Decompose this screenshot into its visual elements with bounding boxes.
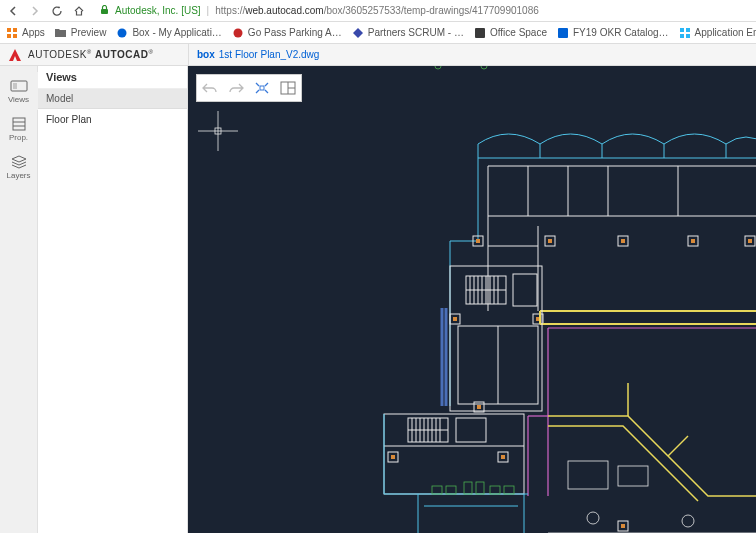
url-divider: | (207, 5, 210, 16)
svg-rect-9 (680, 28, 684, 32)
svg-rect-7 (475, 28, 485, 38)
floor-plan-drawing (188, 66, 756, 533)
svg-point-121 (587, 512, 599, 524)
bookmark-label: Preview (71, 27, 107, 38)
svg-rect-105 (456, 418, 486, 442)
bookmark-icon (474, 27, 486, 39)
svg-rect-59 (621, 239, 625, 243)
svg-rect-18 (13, 118, 25, 130)
main-area: Views Prop. Layers Views Model Floor Pla… (0, 66, 756, 533)
bookmark-label: Partners SCRUM - … (368, 27, 464, 38)
sidebar-item-label: Prop. (9, 133, 28, 142)
svg-rect-77 (450, 266, 542, 411)
bookmark-label: FY19 OKR Catalog… (573, 27, 669, 38)
bookmark-icon (232, 27, 244, 39)
svg-rect-119 (568, 461, 608, 489)
views-panel-row[interactable]: Floor Plan (38, 109, 187, 130)
file-tab[interactable]: box 1st Floor Plan_V2.dwg (188, 44, 327, 65)
svg-rect-61 (748, 239, 752, 243)
sidebar-item-properties[interactable]: Prop. (0, 110, 38, 148)
views-panel-title: Views (38, 66, 187, 89)
svg-rect-65 (391, 455, 395, 459)
address-bar[interactable]: Autodesk, Inc. [US] | https://web.autoca… (94, 5, 750, 17)
bookmark-item[interactable]: Partners SCRUM - … (352, 27, 464, 39)
svg-rect-3 (7, 34, 11, 38)
bookmark-label: Office Space (490, 27, 547, 38)
sidebar-item-layers[interactable]: Layers (0, 148, 38, 186)
svg-rect-1 (7, 28, 11, 32)
svg-rect-60 (691, 239, 695, 243)
bookmark-item[interactable]: FY19 OKR Catalog… (557, 27, 669, 39)
bookmark-label: Box - My Applicati… (132, 27, 221, 38)
svg-rect-93 (384, 414, 524, 494)
bookmark-label: Application Engag… (695, 27, 756, 38)
svg-rect-2 (13, 28, 17, 32)
svg-rect-62 (453, 317, 457, 321)
bookmark-label: Apps (22, 27, 45, 38)
svg-rect-0 (101, 9, 108, 14)
bookmark-icon (557, 27, 569, 39)
bookmark-item[interactable]: Application Engag… (679, 27, 756, 39)
svg-rect-116 (504, 486, 514, 494)
svg-point-118 (481, 66, 487, 69)
views-panel: Views Model Floor Plan (38, 66, 188, 533)
bookmark-item[interactable]: Box - My Applicati… (116, 27, 221, 39)
svg-rect-115 (490, 486, 500, 494)
svg-rect-58 (548, 239, 552, 243)
bookmark-item[interactable]: Preview (55, 27, 107, 39)
bookmark-icon (352, 27, 364, 39)
svg-rect-67 (621, 524, 625, 528)
svg-point-117 (435, 66, 441, 69)
svg-rect-88 (513, 274, 537, 306)
reload-button[interactable] (50, 4, 64, 18)
bookmark-label: Go Pass Parking A… (248, 27, 342, 38)
box-badge: box (197, 49, 215, 60)
sidebar-item-label: Views (8, 95, 29, 104)
bookmark-icon (6, 27, 18, 39)
bookmark-icon (55, 27, 67, 39)
svg-rect-64 (477, 405, 481, 409)
views-panel-subheader: Model (38, 89, 187, 109)
svg-rect-114 (476, 482, 484, 494)
bookmark-item[interactable]: Office Space (474, 27, 547, 39)
svg-rect-120 (618, 466, 648, 486)
svg-rect-113 (464, 482, 472, 494)
svg-rect-10 (686, 28, 690, 32)
properties-icon (10, 117, 28, 131)
svg-line-76 (668, 436, 688, 456)
brand: AUTODESK® AUTOCAD® (0, 48, 188, 62)
secure-label: Autodesk, Inc. [US] (115, 5, 201, 16)
url-text: https://web.autocad.com/box/3605257533/t… (215, 5, 539, 16)
svg-rect-12 (686, 34, 690, 38)
lock-icon (100, 5, 109, 17)
home-button[interactable] (72, 4, 86, 18)
sidebar-item-views[interactable]: Views (0, 72, 38, 110)
svg-rect-11 (680, 34, 684, 38)
app-header: AUTODESK® AUTOCAD® box 1st Floor Plan_V2… (0, 44, 756, 66)
bookmark-icon (679, 27, 691, 39)
bookmarks-bar: AppsPreviewBox - My Applicati…Go Pass Pa… (0, 22, 756, 44)
bookmark-icon (116, 27, 128, 39)
autocad-logo-icon (8, 48, 22, 62)
svg-rect-17 (13, 83, 17, 89)
back-button[interactable] (6, 4, 20, 18)
svg-point-5 (118, 28, 127, 37)
drawing-canvas[interactable] (188, 66, 756, 533)
bookmark-item[interactable]: Apps (6, 27, 45, 39)
svg-rect-112 (446, 486, 456, 494)
svg-rect-4 (13, 34, 17, 38)
svg-rect-57 (476, 239, 480, 243)
filename: 1st Floor Plan_V2.dwg (219, 49, 320, 60)
svg-rect-8 (558, 28, 568, 38)
forward-button[interactable] (28, 4, 42, 18)
layers-icon (10, 155, 28, 169)
brand-autocad: AUTOCAD (95, 49, 148, 60)
svg-rect-66 (501, 455, 505, 459)
bookmark-item[interactable]: Go Pass Parking A… (232, 27, 342, 39)
browser-nav-bar: Autodesk, Inc. [US] | https://web.autoca… (0, 0, 756, 22)
svg-point-6 (233, 28, 242, 37)
sidebar-item-label: Layers (6, 171, 30, 180)
brand-autodesk: AUTODESK (28, 49, 87, 60)
svg-point-122 (682, 515, 694, 527)
views-icon (10, 79, 28, 93)
